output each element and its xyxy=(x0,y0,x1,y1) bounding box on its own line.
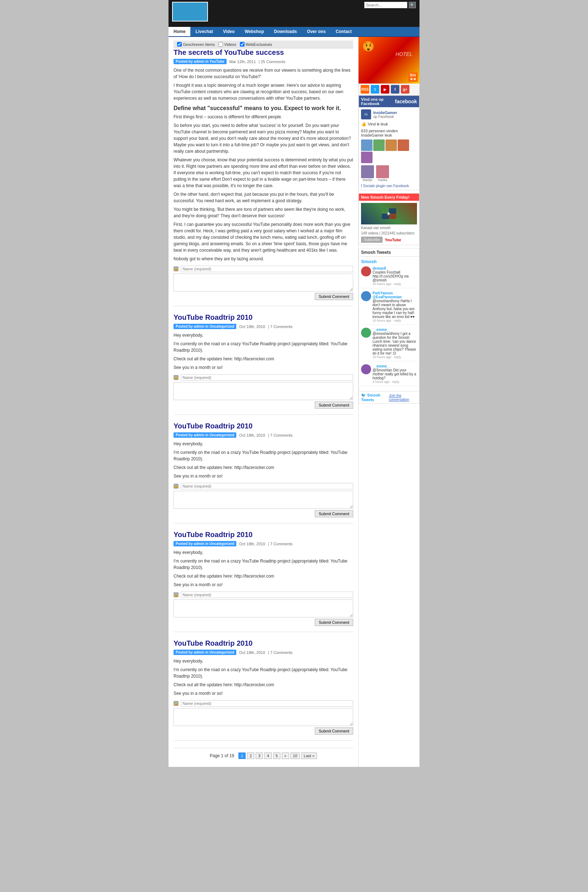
submit-comment-btn-5[interactable]: Submit Comment xyxy=(315,727,353,735)
submit-comment-btn-3[interactable]: Submit Comment xyxy=(315,510,353,517)
fb-social-link[interactable]: f Sociale plugin van Facebook xyxy=(361,184,417,188)
sidebar-banner: 😲 HOTEL ibis★★ xyxy=(358,37,420,84)
submit-comment-btn-4[interactable]: Submit Comment xyxy=(315,619,353,626)
tweet-text-3: @Smoshian Did your mother really get kil… xyxy=(372,368,417,380)
fb-like-label[interactable]: Vind ik leuk xyxy=(368,122,388,126)
comment-name-input-1[interactable] xyxy=(181,266,353,272)
fb-profile-avatar-2 xyxy=(376,165,389,178)
filter-geschreven[interactable]: Geschreven Items xyxy=(177,42,215,46)
comment-name-input-5[interactable] xyxy=(181,700,353,707)
page-btn-4[interactable]: 4 xyxy=(264,753,272,759)
article-meta-5: Posted by admin in Uncategorized Oct 18t… xyxy=(174,650,353,655)
article-body-5: Hey everybody, I'm currently on the road… xyxy=(174,658,353,697)
article-title-3: YouTube Roadtrip 2010 xyxy=(174,422,353,430)
page-btn-1[interactable]: 1 xyxy=(238,753,246,759)
comment-textarea-1[interactable] xyxy=(174,274,353,291)
article-title-link-5[interactable]: YouTube Roadtrip 2010 xyxy=(174,639,252,647)
nav-item-over-ons[interactable]: Over ons xyxy=(302,27,331,36)
article-comments-1: | 25 Comments xyxy=(259,60,285,64)
article-roadtrip-3: YouTube Roadtrip 2010 Posted by admin in… xyxy=(174,531,353,632)
article-comments-2: | 7 Comments xyxy=(268,324,292,329)
site-logo[interactable] xyxy=(172,2,208,21)
article-title-link-3[interactable]: YouTube Roadtrip 2010 xyxy=(174,422,252,430)
page-btn-last[interactable]: Last » xyxy=(301,753,317,759)
tweet-item-2: __emme__ @smoshanthony I got a question … xyxy=(361,328,417,361)
nav-item-downloads[interactable]: Downloads xyxy=(269,27,302,36)
nav-item-webshop[interactable]: Webshop xyxy=(240,27,269,36)
main-layout: Geschreven Items Videos WebExclusives Th… xyxy=(168,37,420,767)
youtube-subscribe-btn[interactable]: Subscribe xyxy=(361,237,382,243)
article-roadtrip-2: YouTube Roadtrip 2010 Posted by admin in… xyxy=(174,422,353,523)
article-youtube-success: The secrets of YouTube success Posted by… xyxy=(174,48,353,306)
article-body-1b: First things first – success is differen… xyxy=(174,114,353,262)
article-title-1: The secrets of YouTube success xyxy=(174,48,353,57)
lock-icon-5: 🔒 xyxy=(174,701,178,706)
tweet-avatar-1 xyxy=(361,291,371,301)
fb-page-name[interactable]: InsideGamer xyxy=(373,111,397,115)
submit-comment-btn-1[interactable]: Submit Comment xyxy=(315,293,353,300)
youtube-social-icon[interactable]: ▶ xyxy=(381,85,389,94)
pagination: Page 1 of 19 1 2 3 4 5 » 10 Last » xyxy=(174,748,353,763)
svg-rect-2 xyxy=(389,214,396,219)
fb-page-sub: op Facebook xyxy=(373,115,397,118)
article-title-link-2[interactable]: YouTube Roadtrip 2010 xyxy=(174,313,252,321)
comment-textarea-3[interactable] xyxy=(174,491,353,509)
article-comments-5: | 7 Comments xyxy=(268,651,292,655)
facebook-widget: Vind ons op Facebook facebook IG InsideG… xyxy=(358,95,420,190)
tweet-time-1: 10 hours ago · reply xyxy=(372,319,417,322)
article-title-link-4[interactable]: YouTube Roadtrip 2010 xyxy=(174,531,252,538)
filter-bar: Geschreven Items Videos WebExclusives xyxy=(174,40,353,48)
page-btn-3[interactable]: 3 xyxy=(256,753,263,759)
nav-item-video[interactable]: Video xyxy=(218,27,240,36)
article-date-4: Oct 18th, 2010 xyxy=(239,542,265,546)
comment-textarea-4[interactable] xyxy=(174,600,353,618)
tweet-item-1: ParkYaeeun @EvaPannnmian @smoshanthony H… xyxy=(361,291,417,325)
twitter-social-icon[interactable]: t xyxy=(371,85,380,94)
youtube-channel-name: Kanaal van smosh xyxy=(361,226,417,230)
page-btn-5[interactable]: 5 xyxy=(273,753,280,759)
page-btn-2[interactable]: 2 xyxy=(247,753,254,759)
tweet-user-2: __emme__ xyxy=(372,328,391,331)
tweet-text-2: @smoshanthony I got a question for the S… xyxy=(372,331,417,355)
twitter-join-link[interactable]: Join the conversation xyxy=(388,394,417,402)
gplus-social-icon[interactable]: g+ xyxy=(401,85,410,94)
tweet-text-1: @smoshanthony HaHa I don't meant to abus… xyxy=(372,299,417,319)
search-input[interactable] xyxy=(364,2,407,8)
search-button[interactable]: 🔍 xyxy=(409,2,416,8)
facebook-widget-header: Vind ons op Facebook facebook xyxy=(359,96,419,107)
page-btn-10[interactable]: 10 xyxy=(290,753,300,759)
nav-item-contact[interactable]: Contact xyxy=(331,27,357,36)
tweet-user-1: ParkYaeeun @EvaPannnmian xyxy=(372,291,402,299)
page-btn-next[interactable]: » xyxy=(282,753,289,759)
search-bar: 🔍 xyxy=(364,2,416,8)
comment-textarea-5[interactable] xyxy=(174,708,353,726)
ibis-badge: ibis★★ xyxy=(408,72,418,82)
filter-web-exclusives[interactable]: WebExclusives xyxy=(240,42,272,46)
fb-profile-name-1: Martijn xyxy=(361,178,374,182)
tweet-text-0: Couples Foozball http://t.co/y2tDHOg via… xyxy=(372,270,417,282)
fb-user-avatar-5 xyxy=(361,151,372,163)
comment-name-input-4[interactable] xyxy=(181,592,353,598)
twitter-footer-logo: 🐦 Smosh Tweets xyxy=(361,393,388,402)
rss-icon[interactable]: RSS xyxy=(361,85,369,94)
lock-icon-2: 🔒 xyxy=(174,375,178,380)
nav-item-livechat[interactable]: Livechat xyxy=(190,27,218,36)
article-title-2: YouTube Roadtrip 2010 xyxy=(174,313,353,322)
fb-profile-avatar-1 xyxy=(361,165,374,178)
article-date-5: Oct 18th, 2010 xyxy=(239,651,265,655)
comment-textarea-2[interactable] xyxy=(174,382,353,400)
nav-item-home[interactable]: Home xyxy=(168,27,190,36)
comment-name-input-3[interactable] xyxy=(181,483,353,489)
youtube-widget: New Smosh Every Friday! Kanaal van smosh… xyxy=(358,193,420,245)
filter-videos[interactable]: Videos xyxy=(218,42,236,46)
comment-name-row-3: 🔒 xyxy=(174,483,353,489)
article-title-link-1[interactable]: The secrets of YouTube success xyxy=(174,48,284,56)
comment-name-input-2[interactable] xyxy=(181,374,353,381)
facebook-social-icon[interactable]: f xyxy=(391,85,399,94)
article-body-3: Hey everybody, I'm currently on the road… xyxy=(174,441,353,479)
comment-name-row-4: 🔒 xyxy=(174,592,353,598)
twitter-brand-name: Smosh xyxy=(361,259,417,264)
tweet-avatar-2 xyxy=(361,328,371,338)
submit-comment-btn-2[interactable]: Submit Comment xyxy=(315,402,353,409)
youtube-widget-header: New Smosh Every Friday! xyxy=(359,193,419,201)
